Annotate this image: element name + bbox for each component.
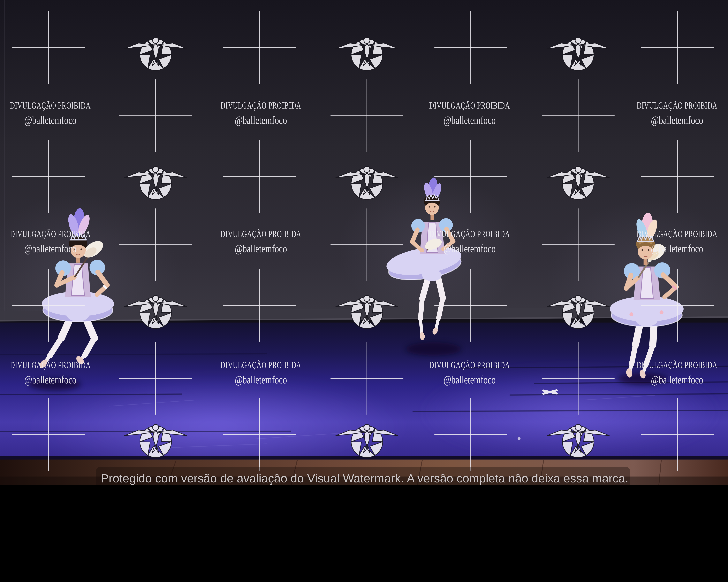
dancer-shadow	[406, 342, 461, 356]
hand	[662, 295, 667, 299]
watermark-notice-line1: DIVULGAÇÃO PROIBIDA	[220, 101, 301, 111]
watermark-notice-line1: DIVULGAÇÃO PROIBIDA	[637, 360, 718, 370]
neck	[431, 215, 434, 220]
hand	[420, 248, 424, 252]
tutu-bow	[629, 312, 633, 316]
trial-banner-text: Protegido com versão de avaliação do Vis…	[101, 472, 628, 485]
watermark-handle-line2: @balletemfoco	[443, 114, 496, 126]
watermark-handle-line2: @balletemfoco	[651, 242, 703, 255]
watermark-notice-line1: DIVULGAÇÃO PROIBIDA	[10, 360, 91, 370]
stage-photo: DIVULGAÇÃO PROIBIDA@balletemfocoDIVULGAÇ…	[0, 0, 728, 485]
tutu-basque	[636, 314, 658, 327]
watermark-notice-line1: DIVULGAÇÃO PROIBIDA	[220, 360, 301, 370]
watermark-notice-line1: DIVULGAÇÃO PROIBIDA	[10, 101, 91, 111]
watermark-handle-line2: @balletemfoco	[235, 373, 287, 386]
watermark-handle-line2: @balletemfoco	[443, 242, 496, 255]
watermark-handle-line2: @balletemfoco	[24, 373, 76, 386]
watermark-notice-line1: DIVULGAÇÃO PROIBIDA	[429, 229, 510, 239]
watermark-handle-line2: @balletemfoco	[24, 114, 76, 126]
watermark-notice-line1: DIVULGAÇÃO PROIBIDA	[429, 101, 510, 111]
watermark-handle-line2: @balletemfoco	[443, 373, 496, 386]
tutu-bow	[659, 310, 664, 314]
watermark-notice-line1: DIVULGAÇÃO PROIBIDA	[637, 101, 718, 111]
watermark-notice-line1: DIVULGAÇÃO PROIBIDA	[637, 229, 718, 239]
watermark-notice-line1: DIVULGAÇÃO PROIBIDA	[220, 229, 301, 239]
watermark-handle-line2: @balletemfoco	[651, 114, 703, 126]
watermark-handle-line2: @balletemfoco	[651, 373, 703, 386]
floor-debris-speck	[518, 437, 521, 440]
watermark-handle-line2: @balletemfoco	[235, 242, 287, 255]
tutu-basque	[67, 308, 89, 322]
watermark-handle-line2: @balletemfoco	[24, 242, 76, 255]
neck	[644, 259, 648, 265]
watermark-notice-line1: DIVULGAÇÃO PROIBIDA	[10, 229, 91, 239]
watermark-handle-line2: @balletemfoco	[235, 114, 287, 126]
tutu-basque	[422, 270, 442, 281]
hand	[95, 293, 99, 297]
watermark-notice-line1: DIVULGAÇÃO PROIBIDA	[429, 360, 510, 370]
